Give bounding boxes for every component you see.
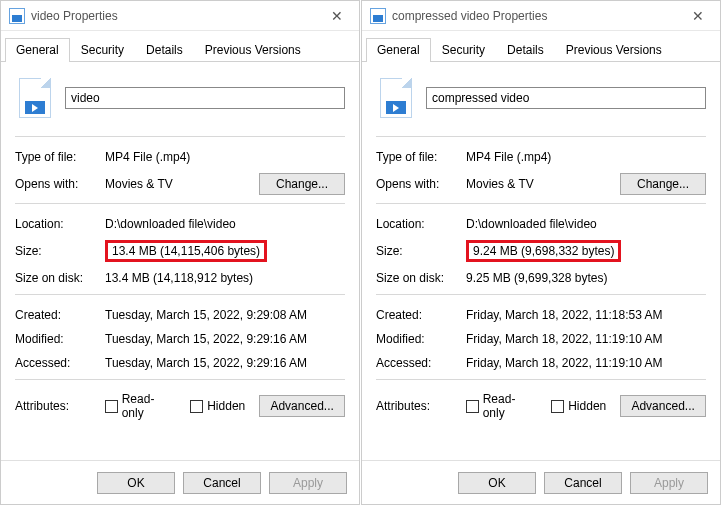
label-opens-with: Opens with: — [376, 177, 466, 191]
hidden-label: Hidden — [568, 399, 606, 413]
readonly-checkbox[interactable] — [466, 400, 479, 413]
advanced-button[interactable]: Advanced... — [259, 395, 345, 417]
apply-button[interactable]: Apply — [630, 472, 708, 494]
value-size-on-disk: 9.25 MB (9,699,328 bytes) — [466, 271, 706, 285]
properties-dialog-left: video Properties ✕ General Security Deta… — [0, 0, 360, 505]
label-modified: Modified: — [15, 332, 105, 346]
advanced-button[interactable]: Advanced... — [620, 395, 706, 417]
label-size-on-disk: Size on disk: — [15, 271, 105, 285]
close-button[interactable]: ✕ — [676, 1, 720, 30]
label-size: Size: — [376, 244, 466, 258]
readonly-checkbox-group[interactable]: Read-only — [466, 392, 537, 420]
value-size: 9.24 MB (9,698,332 bytes) — [466, 240, 621, 262]
label-opens-with: Opens with: — [15, 177, 105, 191]
window-title: compressed video Properties — [392, 9, 547, 23]
ok-button[interactable]: OK — [97, 472, 175, 494]
titlebar: compressed video Properties ✕ — [362, 1, 720, 31]
readonly-checkbox-group[interactable]: Read-only — [105, 392, 176, 420]
value-location: D:\downloaded file\video — [466, 217, 706, 231]
ok-button[interactable]: OK — [458, 472, 536, 494]
readonly-label: Read-only — [483, 392, 538, 420]
file-icon — [19, 78, 51, 118]
hidden-checkbox-group[interactable]: Hidden — [190, 399, 245, 413]
value-opens-with: Movies & TV — [105, 177, 259, 191]
app-icon — [370, 8, 386, 24]
label-created: Created: — [15, 308, 105, 322]
change-button[interactable]: Change... — [259, 173, 345, 195]
window-title: video Properties — [31, 9, 118, 23]
readonly-checkbox[interactable] — [105, 400, 118, 413]
label-type-of-file: Type of file: — [15, 150, 105, 164]
value-size: 13.4 MB (14,115,406 bytes) — [105, 240, 267, 262]
filename-input[interactable] — [426, 87, 706, 109]
tab-previous-versions[interactable]: Previous Versions — [555, 38, 673, 62]
label-location: Location: — [15, 217, 105, 231]
label-size: Size: — [15, 244, 105, 258]
value-size-on-disk: 13.4 MB (14,118,912 bytes) — [105, 271, 345, 285]
value-modified: Tuesday, March 15, 2022, 9:29:16 AM — [105, 332, 345, 346]
label-size-on-disk: Size on disk: — [376, 271, 466, 285]
tab-general[interactable]: General — [5, 38, 70, 62]
change-button[interactable]: Change... — [620, 173, 706, 195]
value-accessed: Friday, March 18, 2022, 11:19:10 AM — [466, 356, 706, 370]
label-created: Created: — [376, 308, 466, 322]
dialog-button-row: OK Cancel Apply — [362, 460, 720, 504]
value-created: Tuesday, March 15, 2022, 9:29:08 AM — [105, 308, 345, 322]
value-modified: Friday, March 18, 2022, 11:19:10 AM — [466, 332, 706, 346]
hidden-checkbox[interactable] — [190, 400, 203, 413]
readonly-label: Read-only — [122, 392, 177, 420]
value-location: D:\downloaded file\video — [105, 217, 345, 231]
label-accessed: Accessed: — [376, 356, 466, 370]
value-type-of-file: MP4 File (.mp4) — [105, 150, 345, 164]
hidden-checkbox[interactable] — [551, 400, 564, 413]
value-opens-with: Movies & TV — [466, 177, 620, 191]
close-button[interactable]: ✕ — [315, 1, 359, 30]
app-icon — [9, 8, 25, 24]
cancel-button[interactable]: Cancel — [183, 472, 261, 494]
dialog-button-row: OK Cancel Apply — [1, 460, 359, 504]
cancel-button[interactable]: Cancel — [544, 472, 622, 494]
tab-general[interactable]: General — [366, 38, 431, 62]
filename-input[interactable] — [65, 87, 345, 109]
value-accessed: Tuesday, March 15, 2022, 9:29:16 AM — [105, 356, 345, 370]
tab-body-general: Type of file: MP4 File (.mp4) Opens with… — [1, 62, 359, 460]
tab-details[interactable]: Details — [135, 38, 194, 62]
tab-strip: General Security Details Previous Versio… — [1, 31, 359, 62]
label-location: Location: — [376, 217, 466, 231]
value-type-of-file: MP4 File (.mp4) — [466, 150, 706, 164]
tab-strip: General Security Details Previous Versio… — [362, 31, 720, 62]
label-accessed: Accessed: — [15, 356, 105, 370]
label-attributes: Attributes: — [15, 399, 105, 413]
label-attributes: Attributes: — [376, 399, 466, 413]
tab-body-general: Type of file: MP4 File (.mp4) Opens with… — [362, 62, 720, 460]
tab-security[interactable]: Security — [70, 38, 135, 62]
tab-previous-versions[interactable]: Previous Versions — [194, 38, 312, 62]
tab-security[interactable]: Security — [431, 38, 496, 62]
tab-details[interactable]: Details — [496, 38, 555, 62]
hidden-checkbox-group[interactable]: Hidden — [551, 399, 606, 413]
titlebar: video Properties ✕ — [1, 1, 359, 31]
apply-button[interactable]: Apply — [269, 472, 347, 494]
file-icon — [380, 78, 412, 118]
hidden-label: Hidden — [207, 399, 245, 413]
value-created: Friday, March 18, 2022, 11:18:53 AM — [466, 308, 706, 322]
label-modified: Modified: — [376, 332, 466, 346]
properties-dialog-right: compressed video Properties ✕ General Se… — [361, 0, 721, 505]
label-type-of-file: Type of file: — [376, 150, 466, 164]
